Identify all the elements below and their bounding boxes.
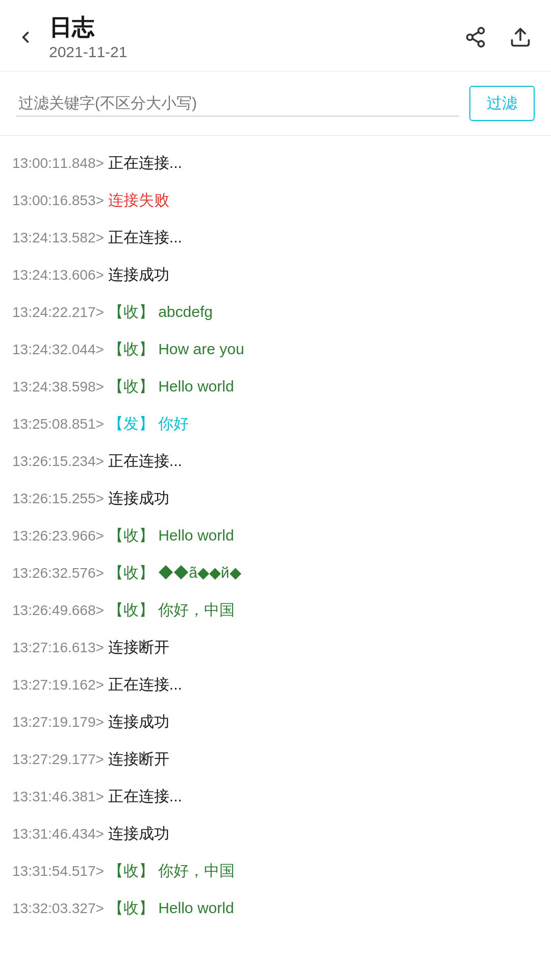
log-message: 【收】 Hello world: [108, 524, 234, 547]
log-message: 连接断开: [108, 635, 169, 658]
log-entry: 13:32:03.327>【收】 Hello world: [12, 889, 539, 926]
log-message: 连接失败: [108, 188, 169, 211]
log-entry: 13:24:38.598>【收】 Hello world: [12, 368, 539, 405]
page-title: 日志: [49, 14, 461, 41]
log-time: 13:24:13.606>: [12, 264, 104, 286]
log-time: 13:24:38.598>: [12, 376, 104, 398]
log-message: 【发】 你好: [108, 412, 189, 435]
log-time: 13:24:13.582>: [12, 227, 104, 249]
filter-input[interactable]: [16, 90, 459, 116]
share-button[interactable]: [461, 23, 490, 52]
log-entry: 13:26:32.576>【收】 ◆◆ã◆◆й◆: [12, 554, 539, 591]
log-message: 【收】 Hello world: [108, 375, 234, 398]
page-subtitle: 2021-11-21: [49, 43, 461, 61]
log-time: 13:26:23.966>: [12, 525, 104, 547]
log-entry: 13:00:11.848>正在连接...: [12, 144, 539, 181]
log-list: 13:00:11.848>正在连接...13:00:16.853>连接失败13:…: [0, 136, 551, 957]
log-message: 正在连接...: [108, 226, 182, 249]
log-entry: 13:26:15.234>正在连接...: [12, 442, 539, 479]
log-message: 连接成功: [108, 710, 169, 733]
log-message: 【收】 ◆◆ã◆◆й◆: [108, 561, 241, 584]
log-message: 【收】 Hello world: [108, 896, 234, 919]
log-time: 13:26:49.668>: [12, 600, 104, 621]
log-time: 13:24:32.044>: [12, 339, 104, 360]
log-time: 13:32:03.327>: [12, 898, 104, 919]
log-time: 13:31:54.517>: [12, 861, 104, 882]
header: 日志 2021-11-21: [0, 0, 551, 71]
log-entry: 13:24:13.606>连接成功: [12, 256, 539, 293]
header-actions: [461, 23, 535, 52]
back-button[interactable]: [10, 22, 41, 53]
log-time: 13:00:16.853>: [12, 190, 104, 211]
log-entry: 13:31:46.434>连接成功: [12, 815, 539, 852]
log-message: 【收】 abcdefg: [108, 300, 213, 323]
header-title-block: 日志 2021-11-21: [41, 14, 461, 61]
filter-bar: 过滤: [0, 71, 551, 136]
log-entry: 13:25:08.851>【发】 你好: [12, 405, 539, 442]
svg-line-4: [472, 32, 479, 36]
log-entry: 13:24:32.044>【收】 How are you: [12, 330, 539, 368]
log-entry: 13:27:16.613>连接断开: [12, 628, 539, 666]
log-message: 【收】 你好，中国: [108, 598, 235, 621]
log-time: 13:00:11.848>: [12, 153, 104, 174]
log-message: 连接断开: [108, 747, 169, 770]
log-entry: 13:26:49.668>【收】 你好，中国: [12, 591, 539, 628]
log-time: 13:27:19.162>: [12, 674, 104, 696]
log-entry: 13:24:13.582>正在连接...: [12, 218, 539, 256]
log-message: 连接成功: [108, 822, 169, 845]
filter-button[interactable]: 过滤: [469, 86, 535, 121]
log-message: 【收】 How are you: [108, 337, 244, 360]
log-entry: 13:27:19.162>正在连接...: [12, 666, 539, 703]
log-message: 连接成功: [108, 263, 169, 286]
log-time: 13:27:29.177>: [12, 749, 104, 770]
log-time: 13:24:22.217>: [12, 302, 104, 323]
log-entry: 13:31:54.517>【收】 你好，中国: [12, 852, 539, 889]
log-message: 【收】 你好，中国: [108, 859, 235, 882]
log-entry: 13:24:22.217>【收】 abcdefg: [12, 293, 539, 330]
log-entry: 13:00:16.853>连接失败: [12, 181, 539, 218]
log-entry: 13:26:23.966>【收】 Hello world: [12, 517, 539, 554]
log-message: 正在连接...: [108, 449, 182, 472]
log-message: 正在连接...: [108, 673, 182, 696]
log-time: 13:31:46.434>: [12, 823, 104, 845]
log-entry: 13:31:46.381>正在连接...: [12, 777, 539, 815]
svg-line-3: [472, 39, 479, 42]
upload-button[interactable]: [506, 23, 535, 52]
log-time: 13:27:16.613>: [12, 637, 104, 658]
log-entry: 13:27:29.177>连接断开: [12, 740, 539, 777]
log-entry: 13:26:15.255>连接成功: [12, 479, 539, 517]
log-message: 连接成功: [108, 486, 169, 509]
log-message: 正在连接...: [108, 785, 182, 807]
log-time: 13:26:32.576>: [12, 562, 104, 584]
log-time: 13:26:15.234>: [12, 451, 104, 472]
log-time: 13:26:15.255>: [12, 488, 104, 509]
log-time: 13:27:19.179>: [12, 712, 104, 733]
log-time: 13:25:08.851>: [12, 413, 104, 435]
log-time: 13:31:46.381>: [12, 786, 104, 807]
log-entry: 13:27:19.179>连接成功: [12, 703, 539, 740]
log-message: 正在连接...: [108, 151, 182, 174]
